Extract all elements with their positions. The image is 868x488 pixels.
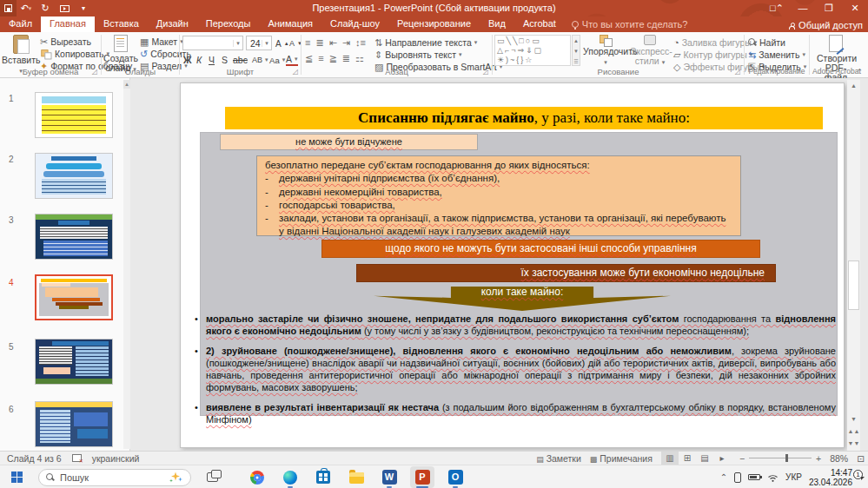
copy-button[interactable]: Копировать▾: [40, 48, 109, 60]
taskbar-app-word[interactable]: W: [377, 466, 401, 488]
font-color-button[interactable]: А▾: [286, 54, 298, 66]
align-left-icon[interactable]: ≦: [305, 53, 313, 64]
slide-thumbnail-5[interactable]: [35, 339, 113, 385]
slide-bar-other-methods[interactable]: щодо якого не можуть бути застосовані ін…: [321, 240, 760, 258]
battery-icon[interactable]: [748, 474, 760, 480]
tab-file[interactable]: Файл: [0, 16, 41, 32]
zoom-slider-thumb[interactable]: [785, 454, 788, 462]
previous-slide-button[interactable]: ▲▲: [847, 425, 860, 437]
reading-view-button[interactable]: ▤: [696, 452, 713, 465]
justify-icon[interactable]: ≣: [342, 53, 350, 64]
tab-design[interactable]: Дизайн: [148, 16, 197, 32]
align-text-button[interactable]: ⇕Выровнять текст▾: [374, 49, 462, 61]
shape-gallery-scroll[interactable]: ▲▼☰: [572, 35, 580, 66]
slide-sorter-view-button[interactable]: ⊞: [679, 452, 696, 465]
slide-canvas[interactable]: Списанню підлягає майно, у разі, коли та…: [180, 82, 845, 448]
scroll-up-icon[interactable]: ▲: [847, 80, 860, 91]
tab-home[interactable]: Главная: [41, 16, 95, 32]
slide-thumbnail-3[interactable]: [35, 214, 113, 260]
strikethrough-button[interactable]: abc: [233, 54, 248, 66]
change-case-button[interactable]: Аа▾: [269, 54, 285, 66]
normal-view-button[interactable]: ▥: [661, 452, 679, 465]
find-button[interactable]: Найти: [748, 36, 785, 49]
slide-thumbnail-2[interactable]: [35, 153, 113, 199]
taskbar-app-powerpoint[interactable]: P: [410, 466, 434, 488]
close-button[interactable]: ✕: [842, 0, 868, 16]
replace-button[interactable]: ⇆Заменить▾: [748, 49, 805, 61]
align-center-icon[interactable]: ≡: [318, 53, 323, 63]
taskbar-app-outlook[interactable]: O: [443, 466, 467, 488]
tab-review[interactable]: Рецензирование: [388, 16, 480, 32]
slide-thumbnail-4[interactable]: [35, 274, 113, 320]
comments-button[interactable]: ▩ Примечания: [590, 453, 653, 464]
scrollbar-thumb[interactable]: [848, 260, 859, 310]
phone-link-icon[interactable]: [734, 472, 741, 483]
panel-scrollbar[interactable]: ▲: [123, 80, 130, 449]
tab-insert[interactable]: Вставка: [95, 16, 148, 32]
slide-thumbnail-1[interactable]: [35, 92, 113, 138]
tab-slideshow[interactable]: Слайд-шоу: [321, 16, 388, 32]
shape-outline-button[interactable]: ▱Контур фигуры▾: [673, 49, 752, 61]
share-button[interactable]: Общий доступ: [789, 20, 863, 30]
cut-button[interactable]: ✂Вырезать: [40, 36, 91, 48]
quick-styles-button[interactable]: Экспресс-стили ▾: [630, 34, 670, 67]
bold-button[interactable]: Ж: [183, 54, 192, 66]
increase-indent-icon[interactable]: ⇥: [342, 37, 350, 49]
taskbar-app-edge[interactable]: [278, 466, 302, 488]
task-view-button[interactable]: [200, 466, 224, 488]
clock[interactable]: 14:47 23.04.2026: [809, 468, 852, 487]
taskbar-app-store[interactable]: [311, 466, 335, 488]
taskbar-app-chrome[interactable]: [245, 466, 269, 488]
next-slide-button[interactable]: ▼▼: [847, 438, 860, 449]
notes-button[interactable]: ▤ Заметки: [536, 453, 581, 464]
slide-title-banner[interactable]: Списанню підлягає майно, у разі, коли та…: [225, 107, 823, 129]
zoom-in-button[interactable]: +: [816, 453, 821, 464]
language-indicator[interactable]: украинский: [92, 453, 140, 464]
tab-transitions[interactable]: Переходы: [197, 16, 260, 32]
editor-scrollbar[interactable]: ▲ ▼ ▲▲ ▼▼: [847, 80, 860, 451]
font-name-combo[interactable]: ▾: [182, 36, 243, 50]
spellcheck-icon[interactable]: [72, 454, 82, 462]
underline-button[interactable]: Ч: [209, 54, 215, 66]
fit-to-window-button[interactable]: ⊡: [857, 453, 865, 464]
align-right-icon[interactable]: ≧: [329, 53, 337, 64]
drawing-dialog-launcher[interactable]: ◿: [735, 68, 740, 76]
slideshow-view-button[interactable]: ▸: [713, 452, 731, 465]
start-button[interactable]: [5, 466, 30, 488]
italic-button[interactable]: К: [196, 54, 202, 66]
bullets-icon[interactable]: ≡: [305, 37, 310, 48]
minimize-button[interactable]: —: [790, 0, 816, 16]
slide-bullet-list[interactable]: морально застаріле чи фізично зношене, н…: [191, 313, 836, 432]
wifi-icon[interactable]: [767, 473, 779, 482]
taskbar-app-explorer[interactable]: [344, 466, 368, 488]
columns-icon[interactable]: ⚏: [355, 53, 364, 64]
zoom-out-button[interactable]: −: [739, 453, 745, 464]
slide-bar-inexpedient[interactable]: їх застосування може бути економічно нед…: [356, 264, 776, 282]
keyboard-language-indicator[interactable]: УКР: [785, 472, 802, 482]
zoom-slider[interactable]: [749, 458, 812, 458]
line-spacing-icon[interactable]: ↕≡: [355, 37, 366, 48]
tab-view[interactable]: Вид: [480, 16, 514, 32]
numbering-icon[interactable]: ≣: [315, 37, 323, 49]
slide-thumbnail-6[interactable]: [35, 401, 113, 447]
shape-gallery[interactable]: ▭╲╲□○▭△⌐¬⇒⇓▢☀)~{}☆: [494, 35, 571, 66]
layout-button[interactable]: ▦Макет▾: [140, 36, 183, 48]
tell-me-box[interactable]: Что вы хотите сделать?: [565, 19, 695, 32]
slide-box-not-alienable[interactable]: не може бути відчужене: [220, 134, 478, 150]
text-direction-button[interactable]: ⇅Направление текста▾: [374, 36, 477, 49]
slide-number-indicator[interactable]: Слайд 4 из 6: [7, 453, 62, 464]
text-shadow-button[interactable]: S: [222, 54, 228, 66]
clipboard-dialog-launcher[interactable]: ◿: [92, 68, 97, 76]
grow-font-button[interactable]: А▲: [275, 37, 289, 49]
ribbon-display-options-button[interactable]: □⌃: [764, 0, 790, 16]
scroll-down-icon[interactable]: ▼: [847, 413, 860, 425]
decrease-indent-icon[interactable]: ⇤: [329, 37, 337, 49]
char-spacing-button[interactable]: АВ▾: [252, 54, 268, 66]
arrange-button[interactable]: Упорядочить▾: [583, 34, 628, 67]
taskbar-search[interactable]: Пошук: [38, 469, 191, 486]
font-size-combo[interactable]: 24▾: [246, 36, 272, 50]
tab-acrobat[interactable]: Acrobat: [514, 16, 565, 32]
panel-scroll-up-icon[interactable]: ▲: [123, 80, 130, 89]
tab-animations[interactable]: Анимация: [259, 16, 321, 32]
tray-expand-chevron[interactable]: ⌃: [720, 472, 727, 482]
